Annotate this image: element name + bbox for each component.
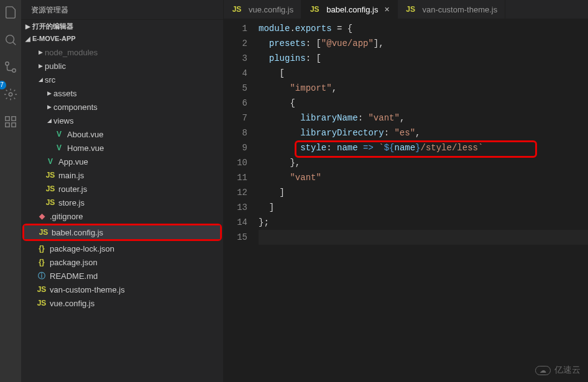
vue-icon: V: [53, 143, 65, 152]
tab-van-theme[interactable]: JSvan-custom-theme.js: [398, 0, 506, 19]
tab-babel-config[interactable]: JSbabel.config.js×: [301, 0, 397, 19]
tree-file-babel-config[interactable]: JSbabel.config.js: [24, 225, 220, 239]
code-editor[interactable]: 123 456 789 101112 131415 module.exports…: [224, 19, 588, 382]
tab-label: van-custom-theme.js: [423, 5, 498, 14]
watermark: ☁ 亿速云: [535, 365, 581, 376]
vue-icon: V: [53, 130, 65, 139]
js-icon: JS: [45, 198, 56, 207]
js-icon: JS: [36, 285, 47, 294]
cloud-icon: ☁: [535, 366, 551, 375]
tab-label: babel.config.js: [326, 5, 378, 14]
js-icon: JS: [231, 5, 242, 14]
tree-file-gitignore[interactable]: ◆.gitignore: [21, 209, 223, 223]
json-icon: {}: [36, 244, 47, 253]
tree-folder-node-modules[interactable]: ▶node_modules: [21, 45, 223, 59]
tree-file-home[interactable]: VHome.vue: [21, 141, 223, 155]
js-icon: JS: [45, 184, 56, 193]
extensions-icon[interactable]: [3, 114, 18, 129]
watermark-text: 亿速云: [554, 365, 581, 376]
code-content[interactable]: module.exports = { presets: ["@vue/app"]…: [259, 21, 588, 382]
activity-bar: 7: [0, 0, 21, 382]
file-tree: ▶node_modules ▶public ◢src ▶assets ▶comp…: [21, 44, 223, 382]
tree-folder-assets[interactable]: ▶assets: [21, 86, 223, 100]
tree-file-store[interactable]: JSstore.js: [21, 196, 223, 209]
section-open-editors[interactable]: ▶ 打开的编辑器: [21, 20, 223, 33]
tree-folder-src[interactable]: ◢src: [21, 73, 223, 86]
svg-point-0: [6, 35, 14, 43]
search-icon[interactable]: [3, 32, 18, 47]
tree-file-vue-config[interactable]: JSvue.config.js: [21, 296, 223, 310]
tab-label: vue.config.js: [249, 5, 293, 14]
tree-file-main[interactable]: JSmain.js: [21, 168, 223, 182]
tree-file-pkg[interactable]: {}package.json: [21, 255, 223, 269]
source-control-icon[interactable]: [3, 60, 18, 75]
tree-folder-views[interactable]: ◢views: [21, 114, 223, 127]
js-icon: JS: [38, 228, 49, 237]
highlight-box-file: JSbabel.config.js: [22, 224, 222, 241]
editor-tabs: JSvue.config.js JSbabel.config.js× JSvan…: [224, 0, 588, 19]
tree-folder-public[interactable]: ▶public: [21, 59, 223, 73]
svg-point-3: [9, 93, 12, 96]
info-icon: ⓘ: [36, 271, 47, 281]
tree-file-about[interactable]: VAbout.vue: [21, 127, 223, 141]
js-icon: JS: [405, 5, 416, 14]
editor-group: JSvue.config.js JSbabel.config.js× JSvan…: [224, 0, 588, 382]
js-icon: JS: [36, 299, 47, 307]
chevron-right-icon: ▶: [24, 23, 32, 30]
svg-rect-7: [12, 123, 16, 127]
debug-icon[interactable]: [3, 87, 18, 102]
svg-point-1: [6, 62, 9, 66]
js-icon: JS: [45, 171, 56, 180]
tab-vue-config[interactable]: JSvue.config.js: [224, 0, 301, 19]
svg-rect-4: [6, 117, 9, 121]
svg-rect-5: [12, 117, 16, 121]
tree-file-pkg-lock[interactable]: {}package-lock.json: [21, 242, 223, 255]
tree-file-router[interactable]: JSrouter.js: [21, 182, 223, 196]
svg-point-2: [12, 69, 16, 73]
files-icon[interactable]: [3, 5, 18, 20]
close-icon[interactable]: ×: [384, 4, 389, 14]
vue-icon: V: [45, 157, 56, 166]
line-gutter: 123 456 789 101112 131415: [224, 21, 259, 382]
svg-rect-6: [6, 123, 9, 127]
git-icon: ◆: [36, 212, 47, 221]
js-icon: JS: [309, 5, 320, 14]
explorer-sidebar: 资源管理器 ▶ 打开的编辑器 ◢ E-MOVE-APP ▶node_module…: [21, 0, 224, 382]
section-label: E-MOVE-APP: [32, 35, 76, 42]
sidebar-title: 资源管理器: [21, 0, 223, 20]
tree-file-van-theme[interactable]: JSvan-custom-theme.js: [21, 283, 223, 296]
tree-folder-components[interactable]: ▶components: [21, 100, 223, 114]
tree-file-app[interactable]: VApp.vue: [21, 155, 223, 168]
tree-file-readme[interactable]: ⓘREADME.md: [21, 269, 223, 283]
chevron-down-icon: ◢: [24, 35, 32, 42]
section-label: 打开的编辑器: [32, 22, 73, 31]
json-icon: {}: [36, 258, 47, 266]
section-project[interactable]: ◢ E-MOVE-APP: [21, 33, 223, 44]
